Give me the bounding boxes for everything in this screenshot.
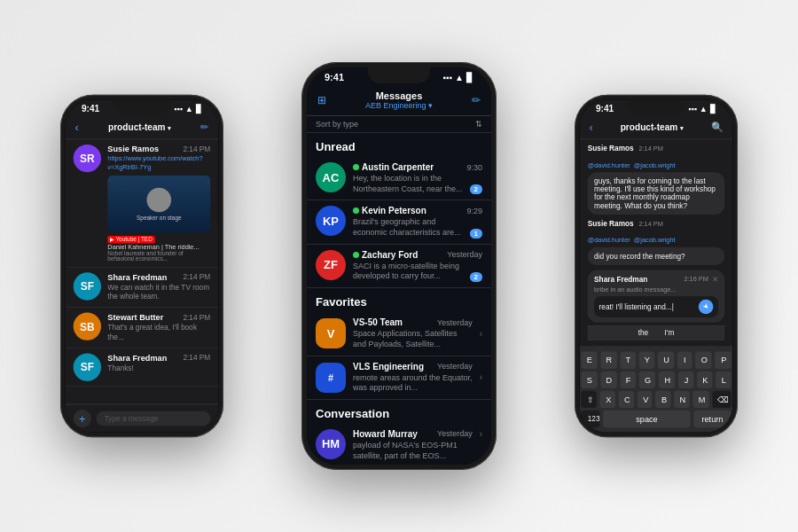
- online-indicator: [353, 164, 359, 170]
- input-bar-left: + Type a message: [66, 403, 219, 432]
- messages-scroll[interactable]: Unread AC Austin Carpenter 9:30: [307, 133, 491, 465]
- status-icons-left: ▪▪▪ ▲ ▊: [174, 104, 202, 113]
- key-o[interactable]: O: [695, 352, 712, 369]
- list-item[interactable]: ZF Zachary Ford Yesterday SACI is a mic: [307, 245, 491, 288]
- key-e[interactable]: E: [581, 352, 597, 369]
- phone-center: 9:41 ▪▪▪ ▲ ▊ ⊞ Messages AEB Engineering: [301, 62, 497, 470]
- add-button[interactable]: +: [74, 410, 91, 427]
- avatar: SR: [74, 145, 101, 172]
- key-g[interactable]: G: [639, 372, 656, 388]
- key-v[interactable]: V: [638, 391, 653, 408]
- nav-subtitle-center: AEB Engineering ▾: [326, 101, 472, 110]
- chat-message: Susie Ramos 2:14 PM @david.hunter @jacob…: [588, 145, 725, 215]
- key-r[interactable]: R: [600, 352, 616, 369]
- avatar: V: [316, 318, 346, 348]
- key-x[interactable]: X: [600, 391, 615, 408]
- nav-title-left: product-team ▾: [79, 122, 200, 132]
- video-thumbnail: Speaker on stage: [107, 176, 210, 232]
- message-list-left: SR Susie Ramos 2:14 PM https://www.youtu…: [66, 139, 219, 403]
- avatar: AC: [316, 162, 346, 192]
- msg-content: Susie Ramos 2:14 PM https://www.youtube.…: [107, 145, 210, 262]
- avatar: SF: [74, 272, 101, 300]
- list-item[interactable]: AC Austin Carpenter 9:30 Hey, the locat: [307, 157, 491, 200]
- unread-badge: 2: [470, 184, 482, 194]
- chat-area-right: Susie Ramos 2:14 PM @david.hunter @jacob…: [580, 139, 733, 346]
- chevron-right-icon: ›: [480, 372, 482, 382]
- space-key[interactable]: space: [603, 411, 690, 427]
- send-button[interactable]: ➤: [699, 300, 714, 315]
- nav-title-center: Messages: [326, 90, 472, 101]
- filter-icon[interactable]: ⊞: [317, 94, 326, 106]
- section-conversation: Conversation: [307, 400, 491, 424]
- notch-left: [113, 99, 170, 114]
- sort-bar: Sort by type ⇅: [307, 116, 491, 133]
- section-favorites: Favorites: [307, 288, 491, 312]
- key-n[interactable]: N: [674, 391, 689, 408]
- key-h[interactable]: H: [659, 372, 675, 388]
- chat-bubble: guys, thanks for coming to the last meet…: [588, 172, 725, 215]
- list-item[interactable]: KP Kevin Peterson 9:29 Brazil's geograp: [307, 200, 491, 244]
- key-d[interactable]: D: [600, 372, 616, 388]
- chat-message: Susie Ramos 2:14 PM @david.hunter @jacob…: [588, 220, 725, 266]
- avatar: ZF: [316, 250, 346, 280]
- nav-bar-center: ⊞ Messages AEB Engineering ▾ ✏: [307, 85, 491, 116]
- key-k[interactable]: K: [697, 372, 713, 388]
- notch-right: [628, 99, 685, 114]
- shift-key[interactable]: ⇧: [581, 391, 597, 408]
- phone-right: 9:41 ▪▪▪ ▲ ▊ ‹ product-team ▾ 🔍: [575, 95, 738, 437]
- chevron-right-icon: ›: [480, 329, 482, 339]
- compose-icon-left[interactable]: ✏: [200, 121, 208, 133]
- list-item[interactable]: SF Shara Fredman 2:14 PM Thanks!: [66, 348, 219, 386]
- key-b[interactable]: B: [655, 391, 670, 408]
- keyboard: E R T Y U I O P S D F G: [580, 346, 733, 433]
- key-p[interactable]: P: [716, 352, 732, 369]
- avatar: SB: [74, 313, 101, 340]
- typing-area: Shara Fredman 2:16 PM ✕ bribe in an audi…: [588, 270, 725, 323]
- return-key[interactable]: return: [693, 411, 731, 427]
- key-i[interactable]: I: [677, 352, 692, 369]
- key-m[interactable]: M: [692, 391, 708, 408]
- search-icon[interactable]: 🔍: [711, 121, 724, 133]
- key-s[interactable]: S: [581, 372, 597, 388]
- key-l[interactable]: L: [716, 372, 731, 388]
- time-right: 9:41: [596, 104, 614, 113]
- key-c[interactable]: C: [619, 391, 634, 408]
- delete-key[interactable]: ⌫: [712, 391, 732, 408]
- key-f[interactable]: F: [620, 372, 636, 388]
- nav-bar-right: ‹ product-team ▾ 🔍: [580, 116, 733, 140]
- avatar: HM: [316, 429, 346, 459]
- phone-left: 9:41 ▪▪▪ ▲ ▊ ‹ product-team ▾ ✏: [60, 95, 223, 437]
- list-item[interactable]: # VLS Engineering Yesterday remote areas…: [307, 356, 491, 400]
- message-input[interactable]: Type a message: [96, 411, 210, 426]
- key-y[interactable]: Y: [638, 352, 654, 369]
- section-unread: Unread: [307, 133, 491, 157]
- list-item[interactable]: SR Susie Ramos 2:14 PM https://www.youtu…: [66, 139, 219, 267]
- avatar: KP: [316, 206, 346, 236]
- list-item[interactable]: SB Stewart Butter 2:14 PM That's a great…: [66, 308, 219, 348]
- chevron-right-icon: ›: [480, 429, 482, 439]
- key-j[interactable]: J: [678, 372, 693, 388]
- compose-icon-center[interactable]: ✏: [472, 94, 481, 106]
- key-u[interactable]: U: [658, 352, 674, 369]
- list-item[interactable]: V VS-50 Team Yesterday Space Application…: [307, 312, 491, 356]
- numbers-key[interactable]: 123: [581, 411, 599, 427]
- notch-center: [368, 67, 430, 83]
- nav-title-right: product-team ▾: [593, 122, 711, 132]
- avatar: #: [316, 363, 346, 393]
- chat-bubble: did you record the meeting?: [588, 247, 725, 265]
- close-icon[interactable]: ✕: [712, 275, 718, 284]
- avatar: SF: [74, 353, 101, 380]
- keyboard-suggestions: the I'm: [588, 325, 725, 340]
- phones-container: 9:41 ▪▪▪ ▲ ▊ ‹ product-team ▾ ✏: [0, 0, 798, 532]
- time-center: 9:41: [325, 72, 344, 82]
- key-t[interactable]: T: [620, 352, 636, 369]
- list-item[interactable]: SF Shara Fredman 2:14 PM We can watch it…: [66, 268, 219, 308]
- nav-bar-left: ‹ product-team ▾ ✏: [66, 116, 219, 140]
- list-item[interactable]: HM Howard Murray Yesterday payload of NA…: [307, 424, 491, 465]
- time-left: 9:41: [82, 104, 99, 113]
- sort-icon[interactable]: ⇅: [475, 120, 482, 129]
